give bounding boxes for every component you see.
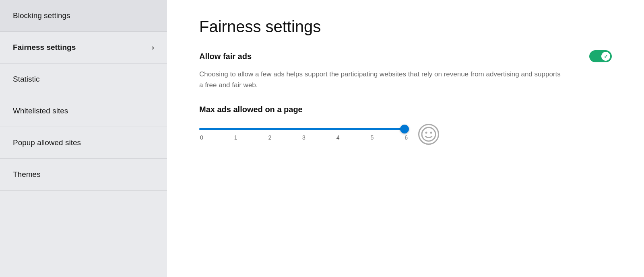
- slider-label-1: 1: [234, 134, 237, 141]
- svg-point-1: [425, 132, 427, 134]
- slider-labels: 0 1 2 3 4 5 6: [199, 134, 409, 141]
- slider-track[interactable]: [199, 128, 409, 130]
- svg-point-0: [422, 127, 436, 141]
- toggle-knob: ✓: [601, 52, 610, 61]
- main-content: Fairness settings Allow fair ads ✓ Choos…: [167, 0, 644, 277]
- toggle-check-icon: ✓: [604, 53, 608, 60]
- sidebar-item-label: Fairness settings: [13, 43, 76, 52]
- sidebar: Blocking settings Fairness settings › St…: [0, 0, 167, 277]
- sidebar-item-fairness-settings[interactable]: Fairness settings ›: [0, 32, 167, 64]
- svg-point-2: [430, 132, 432, 134]
- slider-label-2: 2: [268, 134, 271, 141]
- smiley-icon: [418, 124, 439, 145]
- sidebar-item-themes[interactable]: Themes: [0, 159, 167, 191]
- sidebar-item-whitelisted-sites[interactable]: Whitelisted sites: [0, 95, 167, 127]
- max-ads-label: Max ads allowed on a page: [199, 105, 612, 114]
- slider-label-4: 4: [336, 134, 340, 141]
- sidebar-item-blocking-settings[interactable]: Blocking settings: [0, 0, 167, 32]
- sidebar-item-label: Themes: [13, 170, 41, 179]
- sidebar-item-popup-allowed-sites[interactable]: Popup allowed sites: [0, 127, 167, 159]
- slider-wrap: 0 1 2 3 4 5 6: [199, 128, 409, 141]
- page-title: Fairness settings: [199, 18, 612, 36]
- max-ads-section: Max ads allowed on a page 0 1 2 3 4 5 6: [199, 105, 612, 145]
- allow-fair-ads-label: Allow fair ads: [199, 52, 252, 61]
- slider-thumb[interactable]: [400, 125, 409, 133]
- slider-label-5: 5: [370, 134, 374, 141]
- sidebar-item-label: Statistic: [13, 75, 40, 84]
- slider-label-0: 0: [200, 134, 203, 141]
- allow-fair-ads-row: Allow fair ads ✓: [199, 50, 612, 62]
- sidebar-item-label: Blocking settings: [13, 11, 70, 20]
- sidebar-item-label: Whitelisted sites: [13, 107, 68, 115]
- slider-container: 0 1 2 3 4 5 6: [199, 124, 612, 145]
- allow-fair-ads-toggle[interactable]: ✓: [589, 50, 612, 62]
- chevron-right-icon: ›: [152, 43, 154, 52]
- sidebar-item-statistic[interactable]: Statistic: [0, 64, 167, 95]
- allow-fair-ads-description: Choosing to allow a few ads helps suppor…: [199, 69, 561, 90]
- slider-label-3: 3: [302, 134, 305, 141]
- sidebar-item-label: Popup allowed sites: [13, 138, 81, 147]
- slider-label-6: 6: [405, 134, 408, 141]
